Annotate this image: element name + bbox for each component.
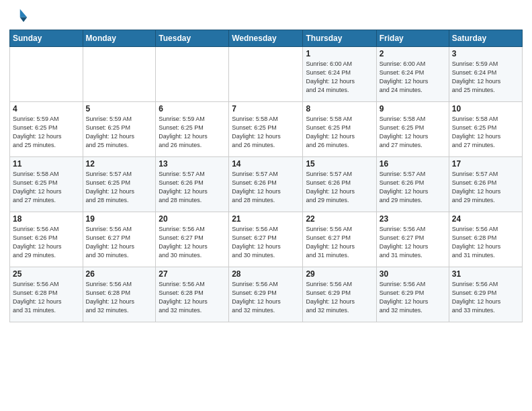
day-number: 22 [306, 214, 373, 224]
column-header-thursday: Thursday [303, 30, 376, 47]
day-info: Sunrise: 5:56 AM Sunset: 6:26 PM Dayligh… [13, 225, 80, 260]
calendar-cell: 12Sunrise: 5:57 AM Sunset: 6:25 PM Dayli… [83, 157, 156, 212]
calendar-cell: 24Sunrise: 5:56 AM Sunset: 6:28 PM Dayli… [449, 212, 522, 267]
calendar-cell: 6Sunrise: 5:59 AM Sunset: 6:25 PM Daylig… [156, 102, 229, 157]
day-info: Sunrise: 5:58 AM Sunset: 6:25 PM Dayligh… [380, 115, 446, 150]
day-number: 8 [306, 104, 373, 113]
calendar-cell: 3Sunrise: 5:59 AM Sunset: 6:24 PM Daylig… [449, 47, 522, 102]
logo [9, 7, 31, 26]
calendar-cell: 26Sunrise: 5:56 AM Sunset: 6:28 PM Dayli… [83, 267, 156, 322]
day-number: 2 [380, 49, 446, 58]
day-info: Sunrise: 5:56 AM Sunset: 6:28 PM Dayligh… [86, 280, 153, 315]
day-number: 5 [86, 104, 153, 113]
header-row: SundayMondayTuesdayWednesdayThursdayFrid… [10, 30, 523, 47]
day-info: Sunrise: 5:57 AM Sunset: 6:25 PM Dayligh… [86, 170, 153, 205]
day-info: Sunrise: 5:56 AM Sunset: 6:28 PM Dayligh… [159, 280, 226, 315]
day-number: 19 [86, 214, 153, 224]
day-info: Sunrise: 5:56 AM Sunset: 6:27 PM Dayligh… [380, 225, 446, 260]
day-number: 16 [380, 159, 446, 169]
day-info: Sunrise: 5:56 AM Sunset: 6:27 PM Dayligh… [306, 225, 373, 260]
day-number: 14 [232, 159, 300, 169]
calendar-cell: 16Sunrise: 5:57 AM Sunset: 6:26 PM Dayli… [376, 157, 449, 212]
column-header-sunday: Sunday [10, 30, 83, 47]
calendar-cell: 27Sunrise: 5:56 AM Sunset: 6:28 PM Dayli… [156, 267, 229, 322]
day-number: 28 [232, 269, 300, 279]
day-number: 9 [380, 104, 446, 113]
calendar-cell [229, 47, 303, 102]
svg-marker-1 [20, 17, 28, 22]
day-number: 18 [13, 214, 80, 224]
day-info: Sunrise: 5:56 AM Sunset: 6:29 PM Dayligh… [306, 280, 373, 315]
day-info: Sunrise: 5:56 AM Sunset: 6:29 PM Dayligh… [232, 280, 300, 315]
day-info: Sunrise: 5:57 AM Sunset: 6:26 PM Dayligh… [380, 170, 446, 205]
header [9, 7, 523, 26]
day-info: Sunrise: 6:00 AM Sunset: 6:24 PM Dayligh… [306, 60, 373, 95]
calendar-cell: 18Sunrise: 5:56 AM Sunset: 6:26 PM Dayli… [10, 212, 83, 267]
day-info: Sunrise: 5:59 AM Sunset: 6:25 PM Dayligh… [86, 115, 153, 150]
calendar-cell: 29Sunrise: 5:56 AM Sunset: 6:29 PM Dayli… [303, 267, 376, 322]
calendar-cell: 4Sunrise: 5:59 AM Sunset: 6:25 PM Daylig… [10, 102, 83, 157]
day-info: Sunrise: 5:57 AM Sunset: 6:26 PM Dayligh… [452, 170, 519, 205]
week-row-3: 11Sunrise: 5:58 AM Sunset: 6:25 PM Dayli… [10, 157, 523, 212]
day-number: 11 [13, 159, 80, 169]
calendar-cell: 23Sunrise: 5:56 AM Sunset: 6:27 PM Dayli… [376, 212, 449, 267]
column-header-monday: Monday [83, 30, 156, 47]
day-number: 10 [452, 104, 519, 113]
calendar-cell: 20Sunrise: 5:56 AM Sunset: 6:27 PM Dayli… [156, 212, 229, 267]
day-info: Sunrise: 5:59 AM Sunset: 6:25 PM Dayligh… [159, 115, 226, 150]
calendar-cell: 13Sunrise: 5:57 AM Sunset: 6:26 PM Dayli… [156, 157, 229, 212]
calendar-cell: 2Sunrise: 6:00 AM Sunset: 6:24 PM Daylig… [376, 47, 449, 102]
day-number: 21 [232, 214, 300, 224]
week-row-5: 25Sunrise: 5:56 AM Sunset: 6:28 PM Dayli… [10, 267, 523, 322]
day-info: Sunrise: 5:56 AM Sunset: 6:27 PM Dayligh… [232, 225, 300, 260]
page: SundayMondayTuesdayWednesdayThursdayFrid… [0, 0, 532, 411]
day-number: 4 [13, 104, 80, 113]
calendar-cell: 9Sunrise: 5:58 AM Sunset: 6:25 PM Daylig… [376, 102, 449, 157]
calendar-cell: 21Sunrise: 5:56 AM Sunset: 6:27 PM Dayli… [229, 212, 303, 267]
day-number: 25 [13, 269, 80, 279]
day-info: Sunrise: 5:57 AM Sunset: 6:26 PM Dayligh… [306, 170, 373, 205]
calendar-cell: 10Sunrise: 5:58 AM Sunset: 6:25 PM Dayli… [449, 102, 522, 157]
calendar-cell: 31Sunrise: 5:56 AM Sunset: 6:29 PM Dayli… [449, 267, 522, 322]
day-number: 6 [159, 104, 226, 113]
day-number: 30 [380, 269, 446, 279]
calendar-cell: 25Sunrise: 5:56 AM Sunset: 6:28 PM Dayli… [10, 267, 83, 322]
day-number: 13 [159, 159, 226, 169]
calendar-cell: 22Sunrise: 5:56 AM Sunset: 6:27 PM Dayli… [303, 212, 376, 267]
day-number: 15 [306, 159, 373, 169]
column-header-friday: Friday [376, 30, 449, 47]
column-header-saturday: Saturday [449, 30, 522, 47]
day-info: Sunrise: 5:57 AM Sunset: 6:26 PM Dayligh… [232, 170, 300, 205]
day-number: 31 [452, 269, 519, 279]
day-info: Sunrise: 5:56 AM Sunset: 6:28 PM Dayligh… [452, 225, 519, 260]
calendar-cell: 5Sunrise: 5:59 AM Sunset: 6:25 PM Daylig… [83, 102, 156, 157]
column-header-wednesday: Wednesday [229, 30, 303, 47]
day-number: 23 [380, 214, 446, 224]
day-info: Sunrise: 5:57 AM Sunset: 6:26 PM Dayligh… [159, 170, 226, 205]
calendar-cell: 19Sunrise: 5:56 AM Sunset: 6:27 PM Dayli… [83, 212, 156, 267]
day-number: 3 [452, 49, 519, 58]
week-row-1: 1Sunrise: 6:00 AM Sunset: 6:24 PM Daylig… [10, 47, 523, 102]
day-info: Sunrise: 5:56 AM Sunset: 6:27 PM Dayligh… [86, 225, 153, 260]
day-number: 27 [159, 269, 226, 279]
calendar-cell: 28Sunrise: 5:56 AM Sunset: 6:29 PM Dayli… [229, 267, 303, 322]
logo-icon [9, 7, 28, 26]
day-number: 12 [86, 159, 153, 169]
day-info: Sunrise: 5:56 AM Sunset: 6:29 PM Dayligh… [380, 280, 446, 315]
day-info: Sunrise: 5:56 AM Sunset: 6:28 PM Dayligh… [13, 280, 80, 315]
day-info: Sunrise: 5:58 AM Sunset: 6:25 PM Dayligh… [13, 170, 80, 205]
day-number: 24 [452, 214, 519, 224]
day-number: 17 [452, 159, 519, 169]
calendar-cell [10, 47, 83, 102]
calendar-cell: 1Sunrise: 6:00 AM Sunset: 6:24 PM Daylig… [303, 47, 376, 102]
day-number: 1 [306, 49, 373, 58]
calendar-cell [156, 47, 229, 102]
calendar-table: SundayMondayTuesdayWednesdayThursdayFrid… [9, 30, 523, 322]
day-number: 26 [86, 269, 153, 279]
calendar-cell: 8Sunrise: 5:58 AM Sunset: 6:25 PM Daylig… [303, 102, 376, 157]
calendar-cell: 17Sunrise: 5:57 AM Sunset: 6:26 PM Dayli… [449, 157, 522, 212]
day-info: Sunrise: 5:58 AM Sunset: 6:25 PM Dayligh… [306, 115, 373, 150]
calendar-cell: 7Sunrise: 5:58 AM Sunset: 6:25 PM Daylig… [229, 102, 303, 157]
week-row-2: 4Sunrise: 5:59 AM Sunset: 6:25 PM Daylig… [10, 102, 523, 157]
day-info: Sunrise: 5:58 AM Sunset: 6:25 PM Dayligh… [232, 115, 300, 150]
